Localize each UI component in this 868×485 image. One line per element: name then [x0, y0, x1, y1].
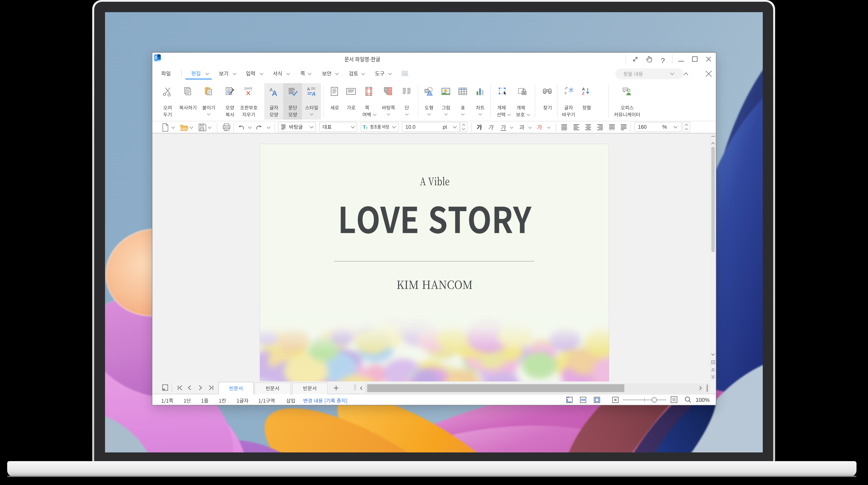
svg-text:?: ?: [661, 56, 665, 65]
